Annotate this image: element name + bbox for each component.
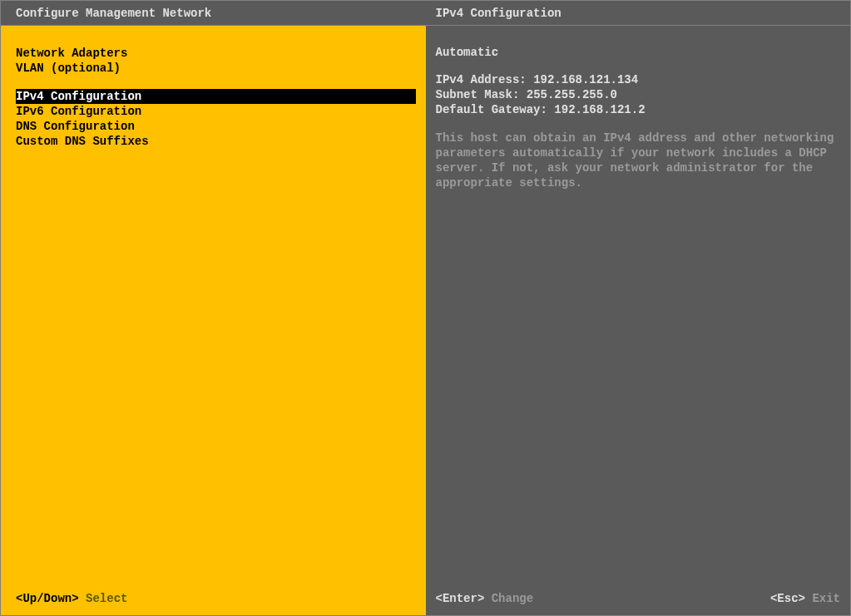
left-footer-hint: <Up/Down> Select xyxy=(16,592,127,605)
config-mode: Automatic xyxy=(436,46,841,59)
menu-item-network-adapters[interactable]: Network Adapters xyxy=(1,46,426,61)
right-footer-right: <Esc> Exit xyxy=(770,592,840,605)
gw-value: 192.168.121.2 xyxy=(554,103,645,116)
menu-group-2: IPv4 Configuration IPv6 Configuration DN… xyxy=(1,89,426,149)
ipv4-value: 192.168.121.134 xyxy=(533,73,638,86)
mask-value: 255.255.255.0 xyxy=(527,88,617,101)
mask-label: Subnet Mask: xyxy=(436,88,520,101)
right-header: IPv4 Configuration xyxy=(426,1,851,26)
updown-action: Select xyxy=(86,592,127,605)
enter-key: <Enter> xyxy=(436,592,485,605)
menu-item-ipv6-config[interactable]: IPv6 Configuration xyxy=(1,104,426,119)
menu-item-ipv4-config[interactable]: IPv4 Configuration xyxy=(16,89,416,104)
menu-group-1: Network Adapters VLAN (optional) xyxy=(1,46,426,76)
ipv4-address-line: IPv4 Address: 192.168.121.134 xyxy=(436,72,841,87)
app-container: Configure Management Network Network Ada… xyxy=(0,0,851,616)
subnet-mask-line: Subnet Mask: 255.255.255.0 xyxy=(436,87,841,102)
gw-label: Default Gateway: xyxy=(436,103,547,116)
network-details: IPv4 Address: 192.168.121.134 Subnet Mas… xyxy=(436,72,841,117)
left-title: Configure Management Network xyxy=(16,7,211,20)
ipv4-label: IPv4 Address: xyxy=(436,73,527,86)
help-text: This host can obtain an IPv4 address and… xyxy=(436,131,841,190)
esc-key: <Esc> xyxy=(770,592,805,605)
default-gateway-line: Default Gateway: 192.168.121.2 xyxy=(436,102,841,117)
right-content: Automatic IPv4 Address: 192.168.121.134 … xyxy=(426,26,851,615)
left-header: Configure Management Network xyxy=(1,1,426,26)
updown-key: <Up/Down> xyxy=(16,592,79,605)
right-panel: IPv4 Configuration Automatic IPv4 Addres… xyxy=(426,1,851,615)
right-footer: <Enter> Change <Esc> Exit xyxy=(426,592,851,605)
menu-item-vlan[interactable]: VLAN (optional) xyxy=(1,61,426,76)
enter-action: Change xyxy=(492,592,533,605)
left-menu: Network Adapters VLAN (optional) IPv4 Co… xyxy=(1,26,426,615)
menu-item-dns-config[interactable]: DNS Configuration xyxy=(1,119,426,134)
right-title: IPv4 Configuration xyxy=(436,7,562,20)
right-footer-left: <Enter> Change xyxy=(436,592,534,605)
left-panel: Configure Management Network Network Ada… xyxy=(1,1,426,615)
left-footer: <Up/Down> Select xyxy=(1,592,426,605)
menu-item-custom-dns[interactable]: Custom DNS Suffixes xyxy=(1,134,426,149)
esc-action: Exit xyxy=(812,592,840,605)
